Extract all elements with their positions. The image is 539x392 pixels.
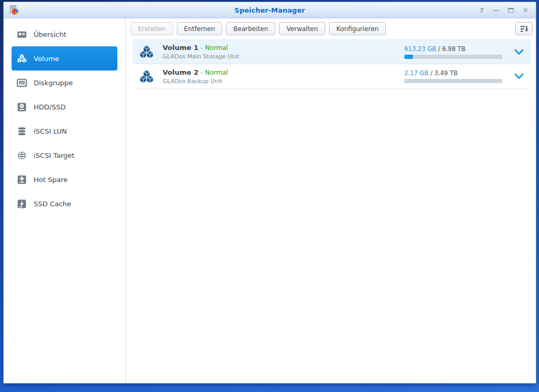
app-body: Übersicht: [4, 18, 536, 383]
title-bar[interactable]: Speicher-Manager ? — ✕: [4, 2, 536, 18]
maximize-icon[interactable]: [508, 8, 514, 13]
drive-lightning-icon: [17, 199, 27, 209]
minimize-icon[interactable]: —: [493, 7, 499, 14]
status-separator: -: [201, 69, 203, 76]
configure-button[interactable]: Konfigurieren: [329, 22, 386, 35]
desktop-background: Speicher-Manager ? — ✕: [0, 0, 539, 392]
sidebar-item-ssd-cache[interactable]: SSD Cache: [12, 192, 117, 216]
volume-name: Volume 1: [163, 44, 198, 52]
volume-row-1[interactable]: Volume 1 - Normal GLADos Main Storage Un…: [133, 39, 531, 64]
sidebar-item-hot-spare[interactable]: Hot Spare: [12, 167, 117, 192]
status-separator: -: [201, 44, 203, 52]
volume-title: Volume 1 - Normal: [163, 44, 239, 52]
volume-title: Volume 2 - Normal: [163, 68, 228, 76]
volume-description: GLADos Main Storage Unit: [163, 53, 239, 60]
used-space-value: 613.23 GB: [404, 45, 436, 53]
sidebar-item-label: Übersicht: [34, 31, 66, 38]
toolbar: Erstellen Entfernen Bearbeiten Verwalten…: [126, 18, 536, 38]
sidebar-item-label: HDD/SSD: [34, 103, 66, 111]
volume-row-2[interactable]: Volume 2 - Normal GLADos Backup Unit 2.1…: [133, 64, 531, 89]
storage-manager-window: Speicher-Manager ? — ✕: [3, 2, 536, 384]
sidebar-item-iscsi-target[interactable]: iSCSI Target: [12, 143, 117, 167]
usage-separator: /: [431, 69, 433, 77]
help-icon[interactable]: ?: [480, 7, 484, 14]
manage-button[interactable]: Verwalten: [279, 22, 325, 35]
close-icon[interactable]: ✕: [523, 7, 528, 14]
volume-text-block: Volume 2 - Normal GLADos Backup Unit: [163, 68, 228, 85]
usage-text: 2.17 GB / 3.49 TB: [404, 69, 502, 77]
sort-button[interactable]: [515, 22, 533, 35]
volume-text-block: Volume 1 - Normal GLADos Main Storage Un…: [163, 44, 239, 60]
volume-status-badge: Normal: [205, 69, 228, 76]
volume-usage-block: 2.17 GB / 3.49 TB: [404, 69, 502, 83]
overview-card-icon: [17, 29, 27, 39]
sidebar: Übersicht: [4, 18, 126, 383]
sidebar-item-iscsi-lun[interactable]: iSCSI LUN: [12, 119, 117, 143]
main-panel: Erstellen Entfernen Bearbeiten Verwalten…: [126, 18, 536, 383]
used-space-value: 2.17 GB: [404, 69, 428, 77]
edit-button[interactable]: Bearbeiten: [226, 22, 275, 35]
sidebar-item-label: iSCSI Target: [34, 152, 74, 159]
sidebar-item-volume[interactable]: Volume: [12, 46, 117, 71]
sidebar-item-diskgruppe[interactable]: Diskgruppe: [12, 71, 117, 95]
volume-usage-block: 613.23 GB / 6.98 TB: [404, 45, 502, 59]
sidebar-item-label: Hot Spare: [34, 176, 68, 184]
volume-status-badge: Normal: [205, 44, 228, 52]
create-button[interactable]: Erstellen: [131, 22, 173, 35]
sort-descending-icon: [520, 25, 528, 33]
volume-cubes-icon: [139, 45, 154, 59]
usage-progress-bar: [404, 55, 502, 59]
volume-description: GLADos Backup Unit: [163, 78, 228, 85]
usage-text: 613.23 GB / 6.98 TB: [404, 45, 502, 53]
disk-group-icon: [17, 78, 27, 88]
hdd-drive-icon: [17, 102, 27, 112]
usage-progress-fill: [404, 55, 413, 59]
sidebar-item-label: SSD Cache: [34, 200, 71, 208]
storage-manager-app-icon: [8, 5, 19, 15]
chevron-down-icon[interactable]: [514, 49, 524, 55]
sidebar-item-hdd-ssd[interactable]: HDD/SSD: [12, 95, 117, 119]
volume-name: Volume 2: [163, 68, 198, 76]
sidebar-item-label: Volume: [34, 55, 59, 63]
disk-stack-icon: [17, 126, 27, 136]
window-controls: ? — ✕: [480, 7, 528, 14]
total-space-value: 6.98 TB: [442, 45, 465, 53]
sidebar-item-label: Diskgruppe: [34, 79, 73, 87]
usage-progress-bar: [404, 79, 502, 83]
drive-plus-icon: [17, 175, 27, 185]
remove-button[interactable]: Entfernen: [177, 22, 223, 35]
volume-cubes-icon: [139, 69, 154, 84]
window-title: Speicher-Manager: [4, 6, 536, 14]
chevron-down-icon[interactable]: [514, 73, 524, 79]
sidebar-item-label: iSCSI LUN: [34, 127, 67, 135]
volume-cubes-icon: [17, 54, 27, 64]
sidebar-item-uebersicht[interactable]: Übersicht: [12, 22, 117, 46]
total-space-value: 3.49 TB: [434, 69, 457, 77]
globe-icon: [17, 150, 27, 160]
usage-separator: /: [438, 45, 440, 53]
volume-list: Volume 1 - Normal GLADos Main Storage Un…: [133, 39, 531, 89]
